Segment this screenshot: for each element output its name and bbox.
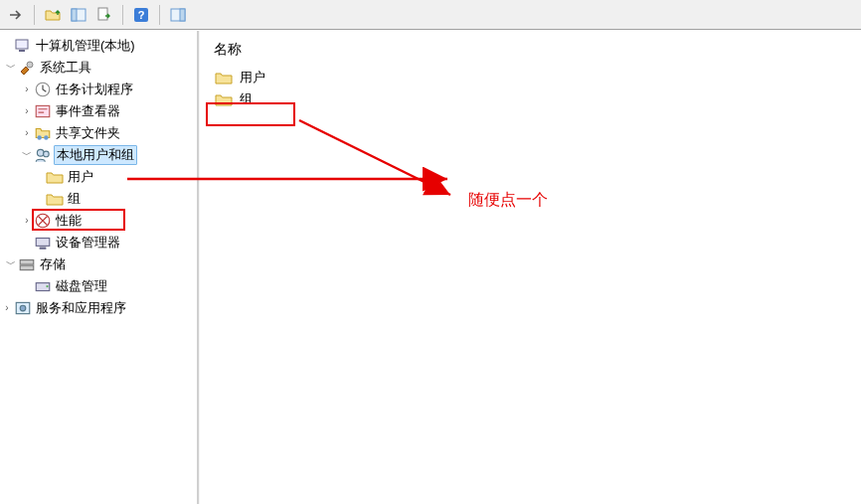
svg-line-25 bbox=[299, 120, 450, 195]
tree-task-scheduler[interactable]: › 任务计划程序 bbox=[0, 79, 197, 100]
tree-shared-folders-label: 共享文件夹 bbox=[56, 124, 120, 142]
clock-icon bbox=[34, 82, 52, 97]
tree-device-manager-label: 设备管理器 bbox=[56, 234, 120, 252]
svg-point-13 bbox=[44, 135, 49, 140]
tree-local-users-groups[interactable]: ﹀ 本地用户和组 bbox=[0, 144, 197, 166]
list-item-users-label: 用户 bbox=[240, 69, 265, 86]
column-header-name[interactable]: 名称 bbox=[210, 37, 851, 67]
svg-rect-2 bbox=[98, 8, 107, 20]
tree-system-tools[interactable]: ﹀ 系统工具 bbox=[0, 57, 197, 79]
svg-point-22 bbox=[46, 285, 48, 287]
folder-icon bbox=[46, 191, 64, 207]
twisty-icon[interactable]: › bbox=[20, 84, 34, 94]
tree-services-apps-label: 服务和应用程序 bbox=[36, 299, 126, 317]
svg-point-24 bbox=[20, 305, 26, 311]
annotation-text: 随便点一个 bbox=[468, 190, 548, 211]
annotation-box-tree-groups bbox=[32, 209, 125, 231]
twisty-expanded-icon[interactable]: ﹀ bbox=[4, 259, 18, 269]
navigation-tree: 十算机管理(本地) ﹀ 系统工具 › 任务计划程序 › 事件查看器 › bbox=[0, 31, 199, 504]
svg-rect-1 bbox=[72, 9, 77, 21]
svg-point-14 bbox=[37, 149, 44, 156]
svg-rect-6 bbox=[180, 9, 185, 21]
tree-event-viewer-label: 事件查看器 bbox=[56, 102, 120, 120]
tree-users[interactable]: 用户 bbox=[0, 166, 197, 188]
toolbar-separator bbox=[159, 5, 160, 25]
twisty-icon[interactable]: › bbox=[20, 128, 34, 138]
device-icon bbox=[34, 235, 52, 251]
list-item-groups[interactable]: 组 bbox=[210, 88, 851, 110]
svg-point-9 bbox=[27, 62, 33, 68]
svg-rect-17 bbox=[36, 239, 50, 247]
tree-root[interactable]: 十算机管理(本地) bbox=[0, 35, 197, 57]
svg-point-12 bbox=[37, 135, 42, 140]
twisty-expanded-icon[interactable]: ﹀ bbox=[20, 150, 34, 160]
tree-system-tools-label: 系统工具 bbox=[40, 59, 91, 77]
folder-icon bbox=[214, 69, 234, 86]
toolbar-view-panel-button[interactable] bbox=[67, 3, 90, 27]
svg-rect-11 bbox=[36, 105, 50, 116]
toolbar-folder-up-button[interactable] bbox=[41, 3, 65, 27]
tree-local-users-groups-label: 本地用户和组 bbox=[54, 145, 137, 165]
tree-disk-management-label: 磁盘管理 bbox=[56, 277, 107, 295]
svg-point-15 bbox=[44, 151, 50, 157]
help-icon: ? bbox=[132, 6, 150, 24]
toolbar-separator bbox=[34, 5, 35, 25]
svg-rect-18 bbox=[40, 248, 47, 250]
toolbar-view-split-button[interactable] bbox=[166, 3, 190, 27]
tree-services-apps[interactable]: › 服务和应用程序 bbox=[0, 297, 197, 319]
users-icon bbox=[34, 147, 52, 163]
folder-up-icon bbox=[44, 6, 62, 24]
tree-groups[interactable]: 组 bbox=[0, 188, 197, 210]
arrow-right-icon bbox=[7, 6, 25, 24]
tree-event-viewer[interactable]: › 事件查看器 bbox=[0, 100, 197, 122]
folder-icon bbox=[46, 169, 64, 185]
list-item-users[interactable]: 用户 bbox=[210, 67, 851, 88]
tools-icon bbox=[18, 60, 36, 76]
panel-icon bbox=[70, 6, 87, 24]
annotation-box-list-groups bbox=[206, 102, 295, 126]
svg-rect-8 bbox=[19, 50, 25, 52]
toolbar-export-button[interactable] bbox=[92, 3, 116, 27]
export-icon bbox=[95, 6, 113, 24]
svg-rect-19 bbox=[20, 260, 34, 265]
tree-root-label: 十算机管理(本地) bbox=[36, 37, 135, 55]
twisty-collapsed-icon[interactable]: ﹀ bbox=[4, 63, 18, 73]
main-area: 十算机管理(本地) ﹀ 系统工具 › 任务计划程序 › 事件查看器 › bbox=[0, 30, 861, 504]
twisty-icon[interactable]: › bbox=[0, 303, 14, 313]
disk-icon bbox=[34, 278, 52, 294]
services-icon bbox=[14, 300, 32, 316]
svg-rect-7 bbox=[16, 40, 28, 49]
split-view-icon bbox=[169, 6, 187, 24]
tree-users-label: 用户 bbox=[68, 168, 93, 186]
tree-task-scheduler-label: 任务计划程序 bbox=[56, 81, 133, 98]
shared-folder-icon bbox=[34, 125, 52, 141]
tree-disk-management[interactable]: 磁盘管理 bbox=[0, 275, 197, 297]
tree-groups-label: 组 bbox=[68, 190, 81, 208]
svg-text:?: ? bbox=[138, 9, 145, 21]
tree-device-manager[interactable]: 设备管理器 bbox=[0, 232, 197, 253]
toolbar-back-button[interactable] bbox=[4, 3, 28, 27]
toolbar: ? bbox=[0, 0, 861, 30]
event-icon bbox=[34, 103, 52, 119]
computer-icon bbox=[14, 38, 32, 54]
tree-storage[interactable]: ﹀ 存储 bbox=[0, 253, 197, 275]
twisty-icon[interactable]: › bbox=[20, 106, 34, 116]
toolbar-help-button[interactable]: ? bbox=[129, 3, 153, 27]
tree-shared-folders[interactable]: › 共享文件夹 bbox=[0, 122, 197, 144]
tree-storage-label: 存储 bbox=[40, 255, 66, 273]
toolbar-separator bbox=[122, 5, 123, 25]
content-pane: 名称 用户 组 随便点一个 bbox=[199, 31, 861, 504]
svg-rect-20 bbox=[20, 265, 34, 270]
storage-icon bbox=[18, 256, 36, 272]
